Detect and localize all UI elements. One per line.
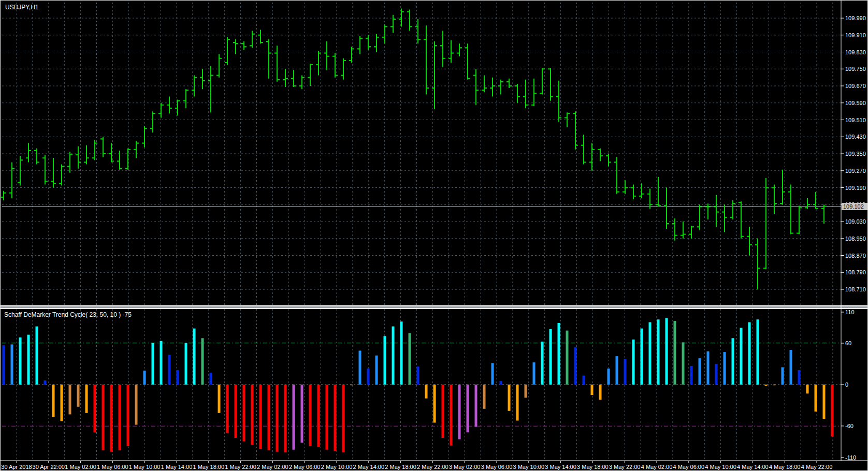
histogram-bar <box>409 333 411 385</box>
histogram-bar <box>351 385 353 385</box>
histogram-bar <box>674 321 676 385</box>
time-axis-label: 4 May 02:00 <box>641 464 673 470</box>
histogram-bar <box>301 385 303 443</box>
time-axis-label: 1 May 18:00 <box>193 464 225 470</box>
histogram-bar <box>458 385 461 439</box>
histogram-bar <box>102 385 105 450</box>
time-axis-label: 30 Apr 22:00 <box>33 464 65 470</box>
histogram-bar <box>226 385 229 433</box>
histogram-bar <box>235 385 237 438</box>
histogram-bar <box>607 369 610 385</box>
histogram-bar <box>94 385 96 432</box>
histogram-bar <box>815 385 817 411</box>
histogram-bar <box>19 337 22 385</box>
histogram-bar <box>135 385 138 425</box>
chart-window: USDJPY,H1 Schaff DeMarker Trend Cycle( 2… <box>0 0 868 471</box>
histogram-bar <box>666 318 668 385</box>
histogram-bar <box>11 344 13 385</box>
histogram-bar <box>259 385 262 449</box>
indicator-axis-label: 110 <box>845 309 855 315</box>
histogram-bar <box>707 351 710 385</box>
histogram-bar <box>724 352 726 385</box>
time-axis-label: 2 May 06:00 <box>289 464 321 470</box>
histogram-bar <box>77 385 80 407</box>
histogram-bar <box>317 385 320 447</box>
histogram-bar <box>392 327 395 385</box>
histogram-bar <box>433 385 436 423</box>
time-axis-label: 4 May 18:00 <box>769 464 801 470</box>
time-axis-label: 3 May 22:00 <box>609 464 641 470</box>
time-axis-label: 4 May 14:00 <box>737 464 769 470</box>
histogram-bar <box>773 385 776 385</box>
time-axis-label: 30 Apr 2018 <box>1 464 32 470</box>
time-axis-label: 1 May 10:00 <box>129 464 161 470</box>
histogram-bar <box>641 329 643 385</box>
histogram-bar <box>583 376 585 385</box>
histogram-bar <box>549 329 552 385</box>
histogram-bar <box>632 340 635 385</box>
histogram-bar <box>342 385 345 452</box>
histogram-bar <box>533 362 536 385</box>
histogram-bar <box>218 385 221 413</box>
time-axis-label: 2 May 10:00 <box>321 464 353 470</box>
time-axis-label: 3 May 06:00 <box>481 464 513 470</box>
price-axis-label: 109.510 <box>845 117 866 123</box>
histogram-bar <box>798 370 801 385</box>
histogram-bar <box>740 328 743 385</box>
indicator-axis-label: 0 <box>845 381 848 388</box>
histogram-bar <box>806 385 809 393</box>
histogram-bar <box>384 336 386 385</box>
time-axis-label: 3 May 14:00 <box>545 464 576 470</box>
histogram-bar <box>185 343 187 385</box>
histogram-bar <box>483 385 486 409</box>
histogram-bar <box>44 380 47 385</box>
time-axis-label: 1 May 02:00 <box>65 464 96 470</box>
histogram-bar <box>359 350 361 385</box>
histogram-bar <box>442 385 444 438</box>
histogram-bar <box>326 385 328 450</box>
histogram-bar <box>782 367 784 385</box>
histogram-bar <box>475 385 478 427</box>
current-price-badge: 109.102 <box>842 203 868 210</box>
histogram-bar <box>27 335 30 385</box>
histogram-bar <box>119 385 121 450</box>
histogram-bar <box>732 338 734 385</box>
time-axis-label: 4 May 10:00 <box>705 464 736 470</box>
histogram-bar <box>69 385 71 415</box>
symbol-timeframe-label: USDJPY,H1 <box>5 4 38 11</box>
indicator-axis-label: -60 <box>845 423 853 429</box>
histogram-bar <box>682 342 685 385</box>
histogram-bar <box>624 359 627 385</box>
price-axis-label: 109.430 <box>845 134 866 140</box>
histogram-bar <box>52 385 55 417</box>
histogram-bar <box>649 322 652 385</box>
price-axis-label: 109.350 <box>845 151 866 157</box>
time-axis-label: 4 May 22:00 <box>801 464 833 470</box>
histogram-bar <box>367 369 370 385</box>
histogram-bar <box>467 385 469 432</box>
histogram-bar <box>823 385 826 419</box>
histogram-bar <box>243 385 245 441</box>
indicator-title: Schaff DeMarker Trend Cycle( 23, 50, 10 … <box>4 311 132 318</box>
price-axis-label: 109.190 <box>845 185 866 191</box>
histogram-bar <box>160 341 163 385</box>
histogram-bar <box>574 347 577 385</box>
price-axis-label: 109.910 <box>845 32 866 38</box>
time-axis-label: 2 May 18:00 <box>385 464 416 470</box>
time-axis-label: 1 May 06:00 <box>97 464 128 470</box>
time-axis-label: 2 May 22:00 <box>417 464 449 470</box>
time-axis-label: 3 May 02:00 <box>449 464 481 470</box>
histogram-bar <box>400 321 403 385</box>
histogram-bar <box>566 331 569 385</box>
price-axis-label: 109.670 <box>845 83 866 89</box>
price-axis-label: 109.990 <box>845 15 866 21</box>
panel-separator-handle[interactable] <box>1 306 868 308</box>
histogram-bar <box>699 358 701 385</box>
price-axis-label: 108.710 <box>845 286 866 292</box>
price-axis-label: 108.950 <box>845 236 866 242</box>
histogram-bar <box>251 385 254 445</box>
histogram-bar <box>690 366 693 385</box>
time-axis-label: 4 May 06:00 <box>673 464 705 470</box>
price-axis-label: 109.750 <box>845 66 866 72</box>
price-axis-label: 109.030 <box>845 218 866 225</box>
